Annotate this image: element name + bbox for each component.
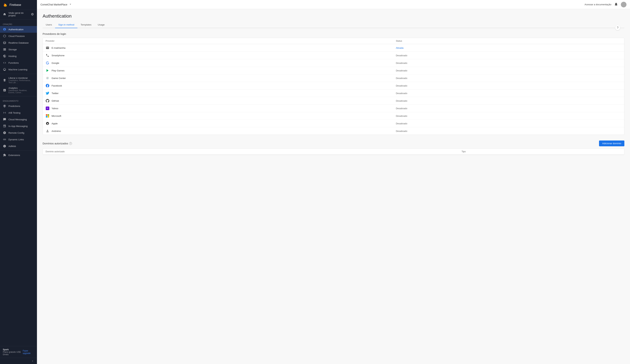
add-domain-button[interactable]: Adicionar domínio — [599, 140, 624, 146]
table-row[interactable]: Google Desativado — [43, 59, 624, 67]
table-row[interactable]: Facebook Desativado — [43, 82, 624, 89]
sidebar-item-predictions[interactable]: Predictions — [0, 103, 37, 109]
table-row[interactable]: Smartphone Desativado — [43, 52, 624, 59]
ml-icon — [3, 68, 6, 71]
provider-name: Yahoo — [52, 107, 58, 110]
table-row[interactable]: Play Games Desativado — [43, 67, 624, 74]
sidebar-item-dynamic-links[interactable]: Dynamic Links — [0, 136, 37, 143]
table-row[interactable]: Y! Yahoo Desativado — [43, 105, 624, 112]
sidebar-item-dynamic-links-label: Dynamic Links — [8, 138, 24, 141]
sidebar-item-ab-testing[interactable]: A B A/B Testing — [0, 109, 37, 116]
analytics-label: Analytics — [8, 87, 34, 89]
domains-table: Domínio autorizado Tipo — [43, 149, 624, 155]
user-avatar[interactable] — [621, 2, 626, 7]
upgrade-link[interactable]: Fazer upgrade — [23, 350, 34, 355]
col-status-header: Status — [393, 38, 624, 44]
sidebar: Firebase Visão geral do projeto Criação … — [0, 0, 37, 364]
provider-cell: Game Center — [43, 74, 393, 82]
help-button[interactable]: ? — [615, 25, 620, 30]
docs-link[interactable]: Acessar a documentação — [584, 3, 611, 6]
provider-status: Ativada — [393, 44, 624, 52]
sidebar-item-functions-label: Functions — [8, 61, 19, 64]
sidebar-item-admob[interactable]: AdMob — [0, 143, 37, 149]
sidebar-item-realtime-db[interactable]: Realtime Database — [0, 39, 37, 46]
svg-rect-12 — [46, 116, 47, 117]
person-icon — [3, 28, 6, 31]
provider-status: Desativado — [393, 67, 624, 74]
sidebar-item-authentication[interactable]: Authentication — [0, 26, 37, 33]
provider-cell: GitHub — [43, 97, 393, 105]
provider-cell: Google — [43, 59, 393, 67]
sidebar-item-hosting[interactable]: Hosting — [0, 53, 37, 59]
sidebar-item-cloud-messaging[interactable]: Cloud Messaging — [0, 116, 37, 123]
analytics-sub: Dashboard, Realtime, Events, Conve... — [8, 89, 34, 93]
table-row[interactable]: E-mail/senha Ativada — [43, 44, 624, 52]
sidebar-item-analytics[interactable]: Analytics Dashboard, Realtime, Events, C… — [0, 85, 37, 95]
table-row[interactable]: Anônimo Desativado — [43, 127, 624, 135]
settings-icon[interactable] — [30, 12, 34, 16]
provider-status: Desativado — [393, 97, 624, 105]
tab-users[interactable]: Users — [42, 22, 55, 28]
provider-status: Desativado — [393, 59, 624, 67]
sidebar-item-liberar[interactable]: Liberar e monitorar Crashlytics, Perform… — [0, 75, 37, 85]
topbar: CometChat MarketPlace Acessar a document… — [37, 0, 630, 9]
tab-sign-in-method[interactable]: Sign-in method — [55, 22, 78, 28]
status-badge: Desativado — [396, 54, 407, 57]
table-row[interactable]: Apple Desativado — [43, 120, 624, 127]
table-row[interactable]: Twitter Desativado — [43, 89, 624, 97]
table-row[interactable]: Microsoft Desativado — [43, 112, 624, 120]
notification-bell-icon[interactable] — [614, 2, 618, 7]
database-icon — [3, 41, 6, 44]
table-row[interactable]: GitHub Desativado — [43, 97, 624, 105]
provider-cell: Y! Yahoo — [43, 105, 393, 112]
project-name[interactable]: CometChat MarketPlace — [40, 3, 68, 6]
svg-marker-2 — [46, 69, 48, 72]
admob-icon — [3, 144, 6, 148]
dynamic-links-icon — [3, 138, 6, 141]
project-dropdown-icon[interactable] — [69, 3, 72, 6]
sidebar-collapse-button[interactable] — [0, 358, 37, 364]
provider-cell: Play Games — [43, 67, 393, 74]
providers-table: Provedor Status E-mail/senha Ativada Sma… — [43, 38, 624, 135]
provider-status: Desativado — [393, 52, 624, 59]
sidebar-item-in-app-label: In-App Messaging — [8, 125, 28, 127]
status-badge: Ativada — [396, 47, 403, 49]
status-badge: Desativado — [396, 122, 407, 125]
svg-rect-11 — [48, 114, 49, 116]
section-engajamento-label: Engajamento — [0, 97, 37, 103]
sidebar-item-storage[interactable]: Storage — [0, 46, 37, 53]
domain-help-icon: ? — [69, 142, 72, 145]
status-badge: Desativado — [396, 99, 407, 102]
github-provider-icon — [46, 99, 50, 103]
svg-point-6 — [47, 78, 47, 79]
sidebar-item-realtime-label: Realtime Database — [8, 41, 29, 44]
status-badge: Desativado — [396, 77, 407, 79]
sidebar-item-functions[interactable]: Functions — [0, 59, 37, 66]
in-app-msg-icon — [3, 124, 6, 128]
tab-usage[interactable]: Usage — [95, 22, 108, 28]
table-row[interactable]: Game Center Desativado — [43, 74, 624, 82]
sidebar-item-remote-config-label: Remote Config — [8, 131, 24, 134]
sidebar-item-in-app-messaging[interactable]: In-App Messaging — [0, 123, 37, 129]
sidebar-item-cloud-firestore[interactable]: Cloud Firestore — [0, 33, 37, 39]
app-title: Firebase — [10, 3, 21, 7]
login-providers-title: Provedores de login — [42, 32, 624, 35]
sidebar-item-extensions[interactable]: Extensions — [0, 152, 37, 158]
tab-templates[interactable]: Templates — [78, 22, 95, 28]
microsoft-provider-icon — [46, 114, 50, 118]
sidebar-item-ab-label: A/B Testing — [8, 111, 20, 114]
main-area: CometChat MarketPlace Acessar a document… — [37, 0, 630, 364]
predictions-icon — [3, 104, 6, 108]
svg-point-4 — [47, 77, 47, 78]
svg-point-0 — [4, 105, 5, 106]
sidebar-item-overview[interactable]: Visão geral do projeto — [0, 10, 37, 18]
yahoo-provider-icon: Y! — [46, 106, 50, 110]
status-badge: Desativado — [396, 84, 407, 87]
sidebar-item-remote-config[interactable]: Remote Config — [0, 129, 37, 136]
sidebar-item-ml-label: Machine Learning — [8, 68, 27, 71]
provider-cell: Anônimo — [43, 127, 393, 135]
facebook-provider-icon — [46, 84, 50, 88]
play-games-provider-icon — [46, 69, 50, 72]
sidebar-item-machine-learning[interactable]: Machine Learning — [0, 66, 37, 73]
provider-name: Apple — [52, 122, 58, 125]
